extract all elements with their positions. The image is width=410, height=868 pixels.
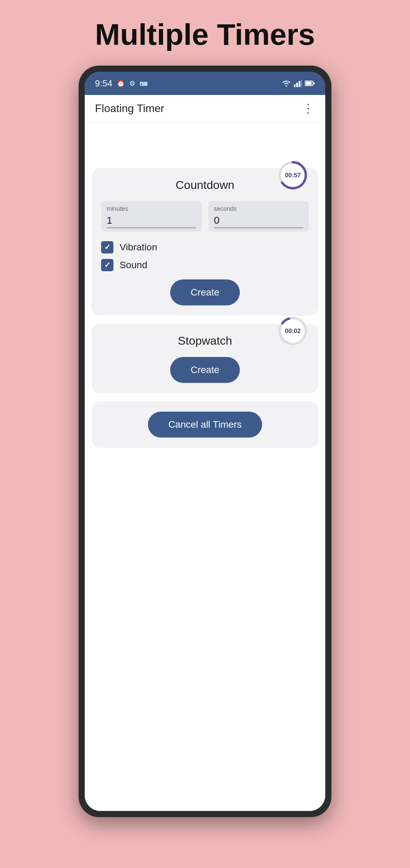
page-title: Multiple Timers xyxy=(0,17,410,52)
seconds-field-wrap: seconds xyxy=(208,201,309,232)
signal-icon xyxy=(294,80,302,87)
vibration-label: Vibration xyxy=(120,242,157,253)
sim-icon: 🪪 xyxy=(139,79,148,87)
phone-frame: 9:54 ⏰ ⚙ 🪪 xyxy=(79,66,331,817)
minutes-input[interactable] xyxy=(107,215,196,228)
battery-icon xyxy=(305,80,315,87)
status-left-group: 9:54 ⏰ ⚙ 🪪 xyxy=(95,78,148,89)
svg-rect-6 xyxy=(305,82,312,85)
vibration-checkbox[interactable]: ✓ xyxy=(101,241,113,253)
stopwatch-create-button[interactable]: Create xyxy=(170,357,240,383)
vibration-check-icon: ✓ xyxy=(104,243,110,252)
status-icons-right xyxy=(282,80,315,87)
settings-icon: ⚙ xyxy=(129,79,135,87)
app-bar: Floating Timer ⋮ xyxy=(85,95,325,122)
sound-row: ✓ Sound xyxy=(101,259,309,271)
top-spacer xyxy=(92,133,318,160)
status-time: 9:54 xyxy=(95,78,112,89)
vibration-row: ✓ Vibration xyxy=(101,241,309,253)
svg-rect-4 xyxy=(301,80,302,87)
app-bar-title: Floating Timer xyxy=(95,102,164,115)
wifi-icon xyxy=(282,80,291,87)
status-bar: 9:54 ⏰ ⚙ 🪪 xyxy=(85,72,325,95)
stopwatch-card: 00:02 Stopwatch Create xyxy=(92,324,318,393)
countdown-inputs: minutes seconds xyxy=(101,201,309,232)
stopwatch-time-display: 00:02 xyxy=(285,328,301,335)
cancel-card: Cancel all Timers xyxy=(92,401,318,448)
svg-rect-7 xyxy=(313,82,315,84)
seconds-label: seconds xyxy=(214,205,303,212)
seconds-input[interactable] xyxy=(214,215,303,228)
sound-label: Sound xyxy=(120,260,147,271)
content-area: 00:57 Countdown minutes seconds ✓ xyxy=(85,122,325,811)
svg-rect-3 xyxy=(299,81,300,87)
sound-checkbox[interactable]: ✓ xyxy=(101,259,113,271)
countdown-create-button[interactable]: Create xyxy=(170,279,240,305)
more-options-button[interactable]: ⋮ xyxy=(302,101,315,116)
sound-check-icon: ✓ xyxy=(104,261,110,270)
svg-rect-2 xyxy=(296,83,298,87)
svg-point-0 xyxy=(286,85,287,87)
alarm-icon: ⏰ xyxy=(117,79,125,87)
svg-rect-1 xyxy=(294,84,296,87)
countdown-circle-timer: 00:57 xyxy=(277,160,308,191)
countdown-time-display: 00:57 xyxy=(285,172,301,179)
cancel-all-button[interactable]: Cancel all Timers xyxy=(148,412,262,438)
stopwatch-circle-timer: 00:02 xyxy=(277,316,308,346)
phone-inner: 9:54 ⏰ ⚙ 🪪 xyxy=(85,72,325,811)
minutes-label: minutes xyxy=(107,205,196,212)
minutes-field-wrap: minutes xyxy=(101,201,202,232)
countdown-card: 00:57 Countdown minutes seconds ✓ xyxy=(92,168,318,316)
